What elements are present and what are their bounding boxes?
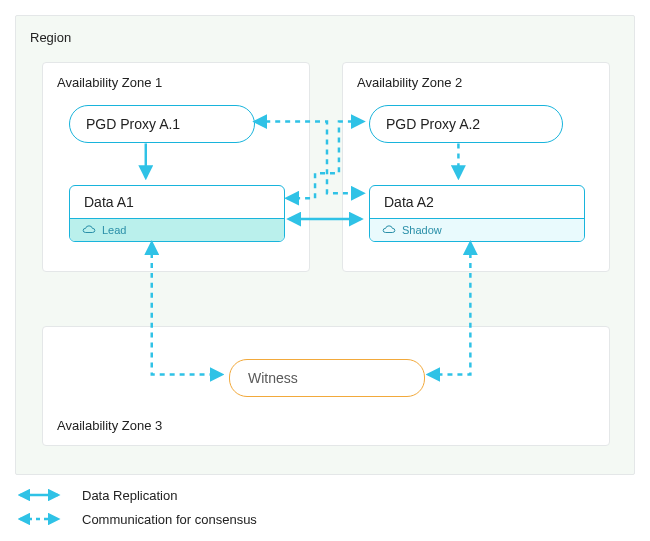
availability-zone-1: Availability Zone 1 PGD Proxy A.1 Data A… (42, 62, 310, 272)
witness-label: Witness (248, 370, 298, 386)
legend-row-replication: Data Replication (14, 483, 257, 507)
availability-zone-3: Witness Availability Zone 3 (42, 326, 610, 446)
legend-dashed-arrow-icon (14, 513, 64, 525)
legend-row-consensus: Communication for consensus (14, 507, 257, 531)
data-a1-label: Data A1 (70, 186, 284, 219)
legend: Data Replication Communication for conse… (14, 483, 257, 531)
pgd-proxy-a2: PGD Proxy A.2 (369, 105, 563, 143)
legend-solid-arrow-icon (14, 489, 64, 501)
data-a1-node: Data A1 Lead (69, 185, 285, 242)
data-a2-node: Data A2 Shadow (369, 185, 585, 242)
az2-label: Availability Zone 2 (357, 75, 462, 90)
proxy-a1-label: PGD Proxy A.1 (86, 116, 180, 132)
witness-node: Witness (229, 359, 425, 397)
az3-label: Availability Zone 3 (57, 418, 162, 433)
region-container: Region Availability Zone 1 PGD Proxy A.1… (15, 15, 635, 475)
legend-consensus-label: Communication for consensus (82, 512, 257, 527)
cloud-icon (82, 225, 96, 235)
data-a2-role: Shadow (402, 224, 442, 236)
data-a2-label: Data A2 (370, 186, 584, 219)
region-label: Region (30, 30, 71, 45)
availability-zone-2: Availability Zone 2 PGD Proxy A.2 Data A… (342, 62, 610, 272)
legend-replication-label: Data Replication (82, 488, 177, 503)
data-a1-role: Lead (102, 224, 126, 236)
pgd-proxy-a1: PGD Proxy A.1 (69, 105, 255, 143)
proxy-a2-label: PGD Proxy A.2 (386, 116, 480, 132)
az1-label: Availability Zone 1 (57, 75, 162, 90)
cloud-icon (382, 225, 396, 235)
